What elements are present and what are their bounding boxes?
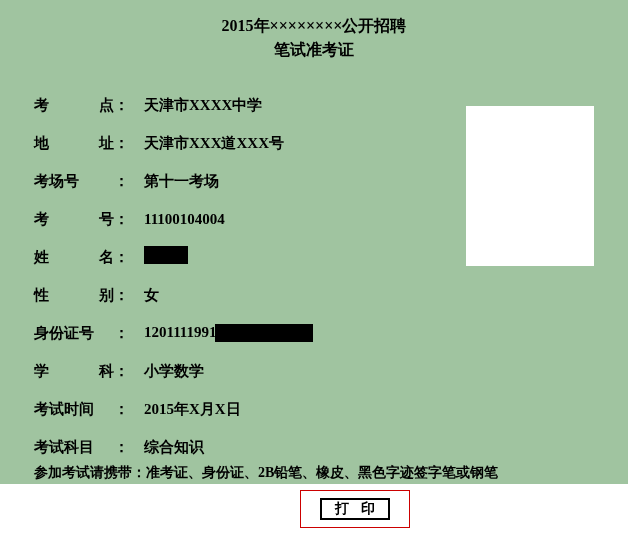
ticket-header: 2015年××××××××公开招聘 笔试准考证 [0, 14, 628, 62]
colon: ： [114, 438, 144, 457]
field-value: 女 [144, 286, 159, 305]
field-label: 姓 名 [34, 248, 114, 267]
colon: ： [114, 210, 144, 229]
field-value-redacted [144, 246, 188, 268]
print-button[interactable]: 打印 [320, 498, 390, 520]
colon: ： [114, 400, 144, 419]
field-exam-subject: 考试科目 ： 综合知识 [34, 428, 628, 466]
footer-bar: 打印 [0, 484, 628, 536]
colon: ： [114, 286, 144, 305]
field-value: 天津市XXX道XXX号 [144, 134, 284, 153]
field-label: 考场号 [34, 172, 114, 191]
field-value: 第十一考场 [144, 172, 219, 191]
title-line-2: 笔试准考证 [0, 38, 628, 62]
id-prefix: 1201111991 [144, 324, 217, 340]
field-value: 1201111991 [144, 324, 313, 343]
colon: ： [114, 172, 144, 191]
photo-placeholder [466, 106, 594, 266]
colon: ： [114, 362, 144, 381]
field-label: 学 科 [34, 362, 114, 381]
field-value: 2015年X月X日 [144, 400, 241, 419]
field-id-card: 身份证号 ： 1201111991 [34, 314, 628, 352]
redaction-block [144, 246, 188, 264]
field-label: 性 别 [34, 286, 114, 305]
field-value: 11100104004 [144, 211, 225, 228]
colon: ： [114, 96, 144, 115]
admission-ticket: 2015年××××××××公开招聘 笔试准考证 考 点 ： 天津市XXXX中学 … [0, 0, 628, 484]
field-label: 考试时间 [34, 400, 114, 419]
redaction-block [215, 324, 313, 342]
field-exam-time: 考试时间 ： 2015年X月X日 [34, 390, 628, 428]
exam-notice: 参加考试请携带：准考证、身份证、2B铅笔、橡皮、黑色字迹签字笔或钢笔 [34, 464, 628, 482]
colon: ： [114, 134, 144, 153]
print-highlight-box: 打印 [300, 490, 410, 528]
field-gender: 性 别 ： 女 [34, 276, 628, 314]
field-value: 天津市XXXX中学 [144, 96, 262, 115]
field-value: 综合知识 [144, 438, 204, 457]
field-label: 考 点 [34, 96, 114, 115]
colon: ： [114, 324, 144, 343]
title-line-1: 2015年××××××××公开招聘 [0, 14, 628, 38]
field-label: 考 号 [34, 210, 114, 229]
field-label: 地 址 [34, 134, 114, 153]
field-label: 考试科目 [34, 438, 114, 457]
colon: ： [114, 248, 144, 267]
field-value: 小学数学 [144, 362, 204, 381]
field-label: 身份证号 [34, 324, 114, 343]
field-subject: 学 科 ： 小学数学 [34, 352, 628, 390]
